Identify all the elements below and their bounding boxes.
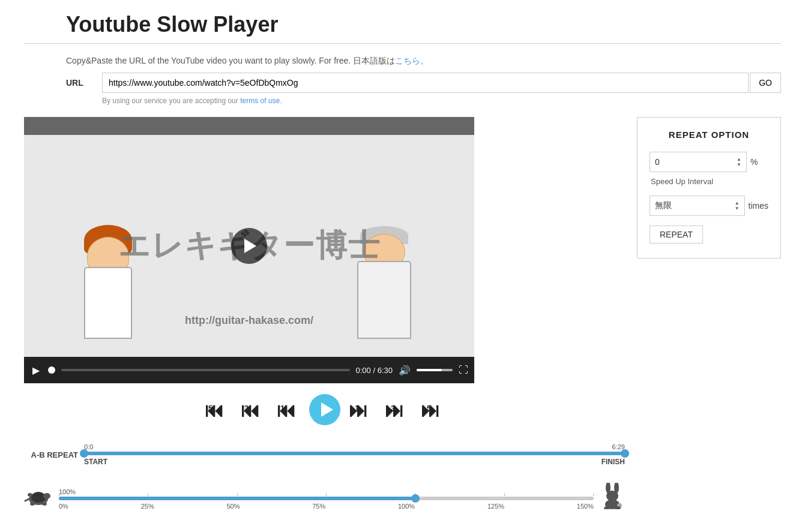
repeat-panel: REPEAT OPTION 0 ▲ ▼ % Speed Up Interval … bbox=[637, 117, 781, 259]
transport-back5-button[interactable]: ⏮ 5 bbox=[201, 394, 232, 425]
video-controls-bar: ▶ 0:00 / 6:30 🔊 ⛶ bbox=[24, 357, 474, 383]
terms-link[interactable]: terms of use. bbox=[240, 97, 282, 105]
svg-point-17 bbox=[30, 502, 35, 506]
svg-text:⏮: ⏮ bbox=[241, 399, 260, 421]
video-play-button[interactable]: ▶ bbox=[30, 363, 42, 377]
page-title: Youtube Slow Player bbox=[24, 6, 781, 44]
svg-line-20 bbox=[25, 499, 29, 501]
times-value: 無限 bbox=[655, 200, 672, 211]
url-row: URL GO bbox=[24, 73, 781, 93]
transport-back1-button[interactable]: ⏮ 1 bbox=[273, 394, 304, 425]
turtle-icon bbox=[24, 484, 53, 513]
speed-tick-row: 0% 25% 50% 75% 100% 125% 150% bbox=[59, 503, 594, 510]
speed-slider-container: 100% bbox=[59, 488, 594, 510]
url-label: URL bbox=[66, 78, 102, 88]
svg-text:1: 1 bbox=[280, 404, 285, 413]
times-up-arrow[interactable]: ▲ bbox=[735, 201, 740, 206]
speed-tick-75: 75% bbox=[312, 503, 325, 510]
svg-text:⏮: ⏮ bbox=[277, 399, 296, 421]
volume-fill bbox=[417, 369, 442, 371]
video-thumbnail[interactable]: エレキギター博士 http://guitar-hakase.com/ bbox=[24, 135, 474, 357]
svg-text:⏮: ⏮ bbox=[205, 399, 224, 421]
ab-repeat-row: A-B REPEAT 0:0 6:29 START FINISH bbox=[24, 438, 625, 471]
svg-text:5: 5 bbox=[208, 404, 213, 413]
transport-fwd3-button[interactable]: ⏭ 3 bbox=[381, 394, 412, 425]
volume-icon[interactable]: 🔊 bbox=[399, 365, 411, 376]
ab-track[interactable] bbox=[84, 452, 625, 455]
svg-point-18 bbox=[42, 502, 47, 506]
spinner-up-arrow[interactable]: ▲ bbox=[737, 157, 741, 162]
speed-tick-100: 100% bbox=[398, 503, 415, 510]
speed-up-unit: % bbox=[750, 157, 768, 167]
transport-fwd1-button[interactable]: ⏭ 1 bbox=[345, 394, 376, 425]
play-triangle-icon bbox=[244, 239, 256, 253]
rabbit-icon bbox=[600, 483, 625, 515]
go-button[interactable]: GO bbox=[750, 73, 781, 93]
speed-fill bbox=[59, 497, 415, 500]
speed-tick-25: 25% bbox=[141, 503, 154, 510]
repeat-button[interactable]: REPEAT bbox=[650, 226, 703, 244]
speed-up-field-row: 0 ▲ ▼ % bbox=[650, 152, 768, 172]
ab-finish-label: FINISH bbox=[601, 458, 625, 466]
instructions-copy: Copy&Paste the URL of the YouTube video … bbox=[66, 56, 395, 65]
svg-point-15 bbox=[31, 492, 46, 503]
speed-tick-0: 0% bbox=[59, 503, 68, 510]
time-display: 0:00 / 6:30 bbox=[356, 366, 393, 375]
speed-tick-50: 50% bbox=[226, 503, 240, 510]
svg-text:1: 1 bbox=[355, 404, 359, 413]
spinner-arrows[interactable]: ▲ ▼ bbox=[737, 157, 741, 167]
video-section: エレキギター博士 http://guitar-hakase.com/ ▶ bbox=[24, 117, 625, 517]
transport-fwd5-button[interactable]: ⏭ 5 bbox=[417, 394, 448, 425]
ab-slider-container: 0:0 6:29 START FINISH bbox=[84, 438, 625, 471]
main-area: エレキギター博士 http://guitar-hakase.com/ ▶ bbox=[24, 117, 781, 517]
times-down-arrow[interactable]: ▼ bbox=[735, 206, 740, 211]
ab-time-row: 0:0 6:29 bbox=[84, 443, 625, 450]
video-progress-bar[interactable] bbox=[61, 369, 350, 371]
times-field-row: 無限 ▲ ▼ times bbox=[650, 196, 768, 216]
ab-repeat-label: A-B REPEAT bbox=[24, 450, 78, 459]
ab-handle-left[interactable] bbox=[80, 449, 88, 458]
ab-start-label: START bbox=[84, 458, 107, 466]
total-time: 6:30 bbox=[378, 366, 393, 375]
svg-point-19 bbox=[28, 493, 32, 497]
japanese-link[interactable]: こちら。 bbox=[395, 56, 429, 65]
speed-up-interval-label: Speed Up Interval bbox=[650, 177, 768, 186]
transport-controls: ⏮ 5 ⏮ 3 ⏮ 1 bbox=[24, 383, 625, 432]
speed-up-value: 0 bbox=[655, 157, 660, 167]
video-topbar bbox=[24, 117, 474, 135]
times-spinner[interactable]: 無限 ▲ ▼ bbox=[650, 196, 745, 216]
ab-startfinish-row: START FINISH bbox=[84, 458, 625, 466]
time-separator: / bbox=[373, 366, 377, 375]
char-girl-body bbox=[84, 267, 132, 339]
video-watermark: http://guitar-hakase.com/ bbox=[185, 314, 313, 327]
transport-play-button[interactable] bbox=[309, 394, 340, 425]
speed-section: 100% bbox=[24, 474, 625, 517]
terms-row: By using our service you are accepting o… bbox=[24, 97, 781, 105]
progress-dot bbox=[48, 366, 55, 374]
current-time: 0:00 bbox=[356, 366, 371, 375]
speed-track[interactable] bbox=[59, 497, 594, 500]
ab-handle-right[interactable] bbox=[621, 449, 629, 458]
transport-back3-button[interactable]: ⏮ 3 bbox=[237, 394, 268, 425]
play-overlay-button[interactable] bbox=[231, 228, 267, 264]
spinner-down-arrow[interactable]: ▼ bbox=[737, 163, 741, 167]
video-container: エレキギター博士 http://guitar-hakase.com/ ▶ bbox=[24, 117, 474, 383]
ab-repeat-section: A-B REPEAT 0:0 6:29 START FINISH bbox=[24, 432, 625, 474]
instructions-text: Copy&Paste the URL of the YouTube video … bbox=[24, 56, 781, 67]
svg-text:3: 3 bbox=[244, 404, 249, 413]
speed-tick-125: 125% bbox=[487, 503, 504, 510]
svg-point-16 bbox=[43, 493, 50, 499]
times-spinner-arrows[interactable]: ▲ ▼ bbox=[735, 201, 740, 211]
speed-up-spinner[interactable]: 0 ▲ ▼ bbox=[650, 152, 747, 172]
volume-slider[interactable] bbox=[417, 369, 453, 371]
terms-text: By using our service you are accepting o… bbox=[102, 97, 238, 105]
svg-text:5: 5 bbox=[427, 404, 431, 413]
char-prof-body bbox=[357, 261, 411, 339]
fullscreen-button[interactable]: ⛶ bbox=[459, 365, 468, 375]
repeat-panel-title: REPEAT OPTION bbox=[650, 130, 768, 140]
speed-tick-150: 150% bbox=[577, 503, 594, 510]
svg-text:3: 3 bbox=[391, 404, 395, 413]
speed-handle[interactable] bbox=[411, 494, 420, 503]
times-unit: times bbox=[749, 201, 768, 211]
url-input[interactable] bbox=[102, 73, 749, 93]
